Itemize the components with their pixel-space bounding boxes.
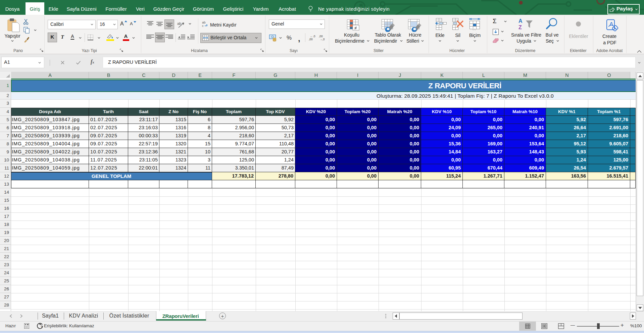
svg-text:A: A <box>518 18 523 24</box>
svg-text:,00: ,00 <box>309 38 313 41</box>
svg-text:≠: ≠ <box>354 25 357 31</box>
svg-text:ab: ab <box>177 21 181 26</box>
svg-text:Z: Z <box>518 25 522 30</box>
svg-text:c: c <box>202 24 204 28</box>
svg-text:?: ? <box>41 325 43 329</box>
svg-text:→,0: →,0 <box>319 38 325 41</box>
